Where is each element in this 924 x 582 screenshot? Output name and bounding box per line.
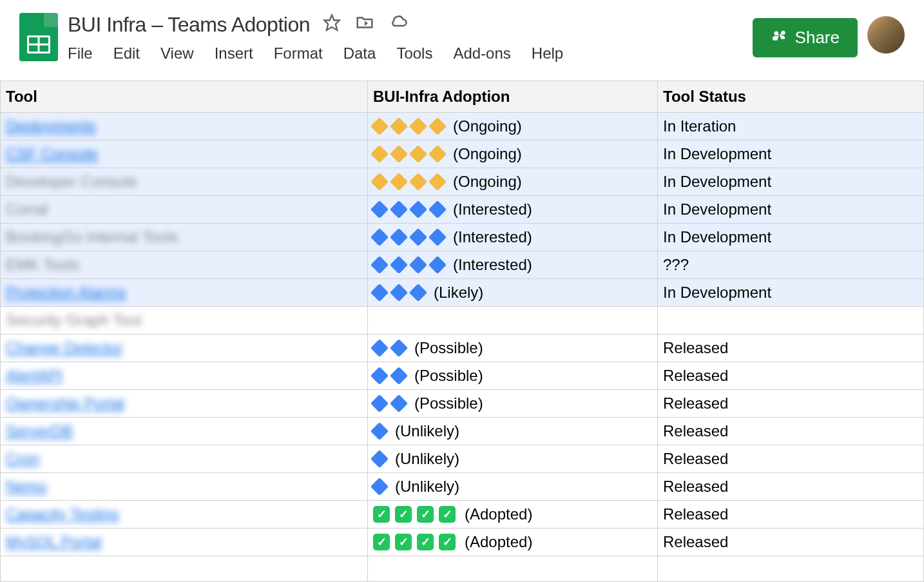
cell-adoption[interactable]: (Interested) [368, 251, 658, 279]
diamond-icon [409, 228, 427, 246]
table-row[interactable]: ServerDB(Unlikely)Released [1, 418, 924, 445]
cell-tool[interactable]: ServerDB [1, 418, 368, 445]
diamond-group [373, 175, 444, 188]
cell-tool[interactable]: Developer Console [1, 168, 368, 196]
table-row[interactable]: BookingGo Internal Tools(Interested)In D… [1, 224, 924, 251]
menu-view[interactable]: View [160, 44, 194, 63]
menu-file[interactable]: File [68, 44, 93, 63]
table-row[interactable]: Deployments(Ongoing)In Iteration [1, 113, 924, 141]
menu-addons[interactable]: Add-ons [453, 44, 510, 63]
cell-status[interactable]: Released [658, 362, 924, 390]
cell-adoption[interactable]: (Possible) [368, 335, 658, 362]
cell-tool[interactable] [1, 556, 368, 582]
cell-tool[interactable]: BookingGo Internal Tools [1, 224, 368, 251]
cell-adoption[interactable]: (Unlikely) [368, 418, 658, 445]
diamond-icon [390, 284, 408, 302]
menu-edit[interactable]: Edit [113, 44, 140, 63]
cell-status[interactable]: Released [658, 418, 924, 445]
diamond-icon [409, 284, 427, 302]
cell-adoption[interactable]: (Ongoing) [368, 141, 658, 168]
move-icon[interactable] [355, 13, 374, 37]
cell-adoption[interactable]: (Unlikely) [368, 473, 658, 501]
cell-status[interactable]: Released [658, 473, 924, 501]
title-icons [323, 13, 408, 37]
cloud-icon[interactable] [389, 13, 408, 37]
menu-help[interactable]: Help [532, 44, 563, 63]
cell-tool[interactable]: Ownership Portal [1, 390, 368, 418]
col-status[interactable]: Tool Status [658, 81, 924, 113]
cell-adoption[interactable] [368, 556, 658, 582]
cell-tool[interactable]: AlertAPI [1, 362, 368, 390]
table-row[interactable]: Ownership Portal(Possible)Released [1, 390, 924, 418]
cell-adoption[interactable]: (Possible) [368, 390, 658, 418]
table-row[interactable]: MySQL Portal✓✓✓✓(Adopted)Released [1, 529, 924, 556]
col-adoption[interactable]: BUI-Infra Adoption [368, 81, 658, 113]
cell-adoption[interactable]: (Possible) [368, 362, 658, 390]
table-row[interactable]: Security Graph Tool [1, 307, 924, 335]
cell-tool[interactable]: Security Graph Tool [1, 307, 368, 335]
table-row[interactable]: Corral(Interested)In Development [1, 196, 924, 224]
user-avatar[interactable] [867, 16, 905, 53]
cell-status[interactable]: In Iteration [658, 113, 924, 141]
cell-tool[interactable]: Cron [1, 445, 368, 473]
cell-status[interactable]: In Development [658, 196, 924, 224]
table-row[interactable]: Cron(Unlikely)Released [1, 445, 924, 473]
cell-tool[interactable]: Change Detector [1, 335, 368, 362]
cell-tool[interactable]: EMK Tools [1, 251, 368, 279]
cell-status[interactable] [658, 556, 924, 582]
menu-tools[interactable]: Tools [396, 44, 432, 63]
adoption-label: (Unlikely) [395, 422, 459, 440]
cell-tool[interactable]: Projection Alarms [1, 279, 368, 307]
table-row[interactable]: Nemo(Unlikely)Released [1, 473, 924, 501]
cell-status[interactable]: In Development [658, 141, 924, 168]
adoption-label: (Ongoing) [453, 117, 522, 135]
diamond-group [373, 231, 444, 244]
table-row[interactable]: Projection Alarms(Likely)In Development [1, 279, 924, 307]
cell-adoption[interactable]: (Likely) [368, 279, 658, 307]
cell-status[interactable]: Released [658, 445, 924, 473]
table-row[interactable]: CSF Console(Ongoing)In Development [1, 141, 924, 168]
cell-status[interactable]: ??? [658, 251, 924, 279]
document-title[interactable]: BUI Infra – Teams Adoption [68, 13, 310, 37]
cell-tool[interactable]: MySQL Portal [1, 529, 368, 556]
menu-format[interactable]: Format [274, 44, 323, 63]
cell-tool[interactable]: CSF Console [1, 141, 368, 168]
cell-adoption[interactable]: (Interested) [368, 224, 658, 251]
cell-status[interactable]: Released [658, 529, 924, 556]
cell-adoption[interactable]: (Ongoing) [368, 168, 658, 196]
header-row: Tool BUI-Infra Adoption Tool Status [1, 81, 924, 113]
cell-adoption[interactable] [368, 307, 658, 335]
cell-adoption[interactable]: (Interested) [368, 196, 658, 224]
tool-name: Security Graph Tool [6, 311, 141, 329]
tool-name: Cron [6, 450, 39, 467]
menu-insert[interactable]: Insert [215, 44, 253, 63]
menu-data[interactable]: Data [343, 44, 376, 63]
cell-adoption[interactable]: (Ongoing) [368, 113, 658, 141]
table-row[interactable]: Capacity Testing✓✓✓✓(Adopted)Released [1, 501, 924, 529]
spreadsheet-table[interactable]: Tool BUI-Infra Adoption Tool Status Depl… [0, 81, 924, 582]
cell-adoption[interactable]: ✓✓✓✓(Adopted) [368, 501, 658, 529]
cell-status[interactable]: Released [658, 390, 924, 418]
diamond-icon [428, 256, 447, 274]
cell-tool[interactable]: Deployments [1, 113, 368, 141]
col-tool[interactable]: Tool [1, 81, 368, 113]
cell-status[interactable]: In Development [658, 168, 924, 196]
star-icon[interactable] [323, 14, 341, 36]
sheets-logo-icon[interactable] [19, 13, 58, 61]
cell-adoption[interactable]: ✓✓✓✓(Adopted) [368, 529, 658, 556]
share-button[interactable]: Share [753, 18, 858, 57]
cell-status[interactable]: Released [658, 501, 924, 529]
cell-status[interactable]: Released [658, 335, 924, 362]
cell-adoption[interactable]: (Unlikely) [368, 445, 658, 473]
table-row[interactable]: AlertAPI(Possible)Released [1, 362, 924, 390]
cell-status[interactable] [658, 307, 924, 335]
cell-status[interactable]: In Development [658, 279, 924, 307]
table-row[interactable]: EMK Tools(Interested)??? [1, 251, 924, 279]
cell-tool[interactable]: Corral [1, 196, 368, 224]
table-row[interactable]: Developer Console(Ongoing)In Development [1, 168, 924, 196]
cell-status[interactable]: In Development [658, 224, 924, 251]
table-row[interactable]: Change Detector(Possible)Released [1, 335, 924, 362]
cell-tool[interactable]: Nemo [1, 473, 368, 501]
table-row[interactable] [1, 556, 924, 582]
cell-tool[interactable]: Capacity Testing [1, 501, 368, 529]
